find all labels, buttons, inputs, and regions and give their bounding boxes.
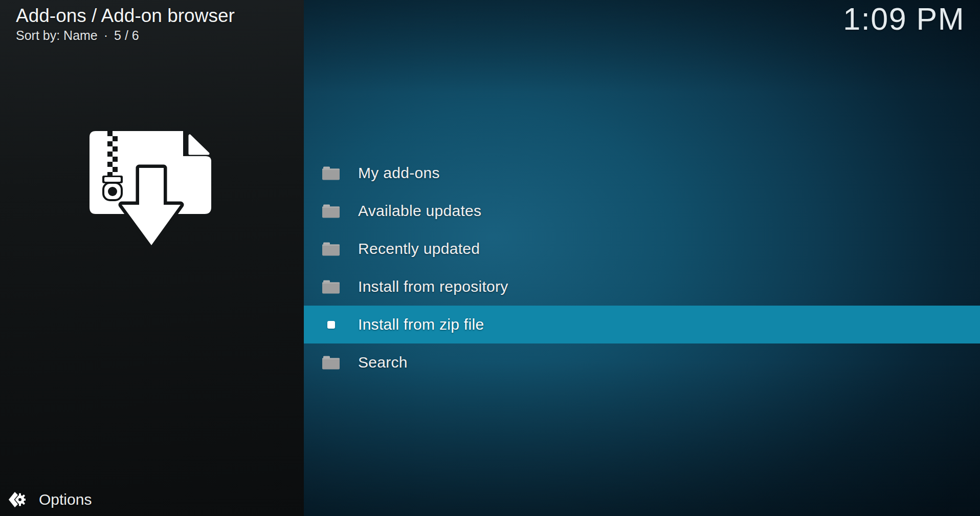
folder-icon	[322, 280, 340, 294]
sort-status: Sort by: Name·5 / 6	[16, 28, 304, 43]
header: Add-ons / Add-on browser Sort by: Name·5…	[0, 0, 304, 43]
folder-icon	[322, 355, 340, 370]
menu-item[interactable]: Install from zip file	[304, 306, 980, 343]
options-gear-chevron-icon	[7, 491, 26, 508]
folder-icon	[322, 166, 340, 180]
square-bullet-icon	[322, 317, 340, 332]
options-label: Options	[39, 491, 92, 508]
menu-item[interactable]: Recently updated	[304, 230, 980, 268]
options-button[interactable]: Options	[0, 487, 304, 512]
menu-item[interactable]: My add-ons	[304, 154, 980, 192]
item-position: 5 / 6	[114, 28, 139, 42]
separator-dot: ·	[104, 28, 108, 42]
menu-item[interactable]: Search	[304, 343, 980, 381]
clock: 1:09 PM	[843, 1, 965, 37]
menu-item-label: Recently updated	[358, 240, 480, 257]
page-title: Add-ons / Add-on browser	[16, 5, 304, 27]
square-bullet-icon	[327, 321, 335, 329]
menu-item-label: Search	[358, 354, 408, 371]
menu-item[interactable]: Available updates	[304, 192, 980, 230]
sort-label: Sort by: Name	[16, 28, 98, 42]
menu-item[interactable]: Install from repository	[304, 268, 980, 306]
addon-browser-panel: My add-ons Available updates Recently up…	[304, 0, 980, 516]
folder-icon	[322, 242, 340, 256]
addon-menu: My add-ons Available updates Recently up…	[304, 154, 980, 381]
sidebar: Add-ons / Add-on browser Sort by: Name·5…	[0, 0, 304, 516]
zip-file-download-icon	[87, 130, 215, 252]
menu-item-label: Install from zip file	[358, 316, 484, 333]
menu-item-label: My add-ons	[358, 164, 440, 182]
folder-icon	[322, 204, 340, 218]
menu-item-label: Available updates	[358, 202, 481, 220]
menu-item-label: Install from repository	[358, 278, 508, 295]
